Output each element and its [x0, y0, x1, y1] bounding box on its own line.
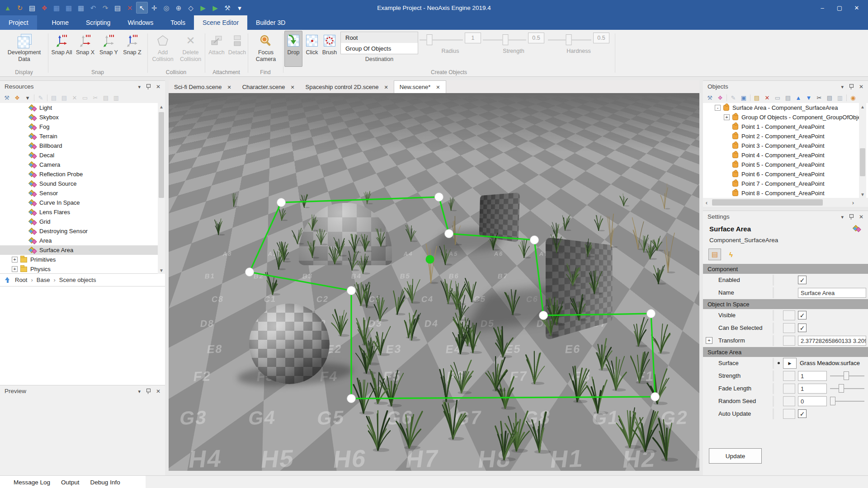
hardness-value[interactable]: 0.5: [593, 33, 609, 43]
edit-icon[interactable]: ✎: [729, 94, 737, 102]
resource-item[interactable]: + Primitives: [0, 255, 165, 264]
move-up-icon[interactable]: ▲: [794, 94, 802, 102]
hardness-slider[interactable]: [548, 34, 591, 45]
status-tab[interactable]: Message Log: [14, 479, 50, 486]
object-tree-item[interactable]: + Group Of Objects - Component_GroupOfOb…: [703, 113, 868, 122]
window-icon[interactable]: ▣: [740, 94, 748, 102]
scene-viewport[interactable]: A8A1A2A3A4A5A6A7A8B1B2B3B4B5B6B7B8B1C8C1…: [169, 93, 699, 471]
options-icon[interactable]: ⚒: [706, 94, 714, 102]
destination-item[interactable]: Group Of Objects: [341, 43, 418, 54]
close-panel-icon[interactable]: [859, 83, 863, 90]
close-panel-icon[interactable]: [859, 213, 863, 220]
object-tree-item[interactable]: Point 1 - Component_AreaPoint: [703, 122, 868, 131]
snap-z-button[interactable]: Snap Z: [121, 31, 143, 67]
transform-tool-icon[interactable]: ◇: [185, 2, 197, 14]
default-indicator[interactable]: [783, 396, 795, 406]
ribbon-tab[interactable]: Windows: [119, 15, 162, 30]
drop-mode-button[interactable]: Drop: [284, 31, 302, 67]
attach-button[interactable]: Attach: [207, 31, 226, 67]
close-tab-icon[interactable]: [384, 84, 388, 90]
properties-view-button[interactable]: ▤: [708, 249, 721, 260]
snap-y-button[interactable]: Snap Y: [98, 31, 120, 67]
panel-menu-caret-icon[interactable]: [138, 83, 141, 90]
toolbar-separator[interactable]: [726, 94, 727, 101]
markers-icon[interactable]: ❖: [38, 2, 50, 14]
move-down-icon[interactable]: ▼: [805, 94, 813, 102]
close-tab-icon[interactable]: [227, 84, 231, 90]
maximize-button[interactable]: ▢: [833, 2, 846, 14]
hardness-slider-handle[interactable]: [566, 34, 572, 45]
fade-length-property-slider[interactable]: [830, 384, 864, 394]
neoaxis-logo-icon[interactable]: ▲: [2, 2, 14, 14]
default-indicator[interactable]: [783, 384, 795, 394]
pin-icon[interactable]: [146, 388, 151, 394]
default-indicator[interactable]: [783, 310, 795, 320]
radius-slider-handle[interactable]: [427, 34, 433, 45]
copy-icon[interactable]: ▤: [826, 94, 834, 102]
close-tab-icon[interactable]: [436, 84, 440, 90]
toolbar-separator[interactable]: [47, 94, 47, 101]
default-indicator[interactable]: [783, 336, 795, 346]
resource-item[interactable]: Lens Flares: [0, 207, 165, 217]
new-object-icon[interactable]: ▤: [753, 94, 761, 102]
destination-item[interactable]: Root: [341, 32, 418, 43]
development-data-button[interactable]: Development Data: [2, 31, 46, 67]
pin-icon[interactable]: [849, 84, 854, 89]
component-icon[interactable]: ❖: [716, 94, 724, 102]
minimize-button[interactable]: –: [816, 2, 829, 14]
object-tree-item[interactable]: Point 6 - Component_AreaPoint: [703, 169, 868, 179]
ribbon-tab[interactable]: Project: [0, 15, 37, 30]
surface-reference-button[interactable]: ▶: [783, 358, 797, 369]
enabled-checkbox[interactable]: [798, 276, 807, 284]
visible-checkbox[interactable]: [798, 311, 807, 319]
import-icon[interactable]: ▤: [50, 94, 58, 102]
object-tree-item[interactable]: Point 5 - Component_AreaPoint: [703, 160, 868, 169]
resource-item[interactable]: Sensor: [0, 188, 165, 198]
scrollbar-thumb[interactable]: [712, 199, 823, 206]
resource-item[interactable]: Curve In Space: [0, 198, 165, 207]
expand-transform-icon[interactable]: +: [706, 337, 712, 344]
radius-value[interactable]: 1: [465, 33, 481, 43]
new-file-icon[interactable]: ▤: [26, 2, 38, 14]
document-tab[interactable]: Character.scene: [237, 80, 300, 93]
surface-area-polygon[interactable]: [169, 93, 699, 471]
random-seed-property-slider[interactable]: [830, 396, 864, 406]
object-tree-item[interactable]: Point 8 - Component_AreaPoint: [703, 188, 868, 198]
resource-item[interactable]: Destroying Sensor: [0, 226, 165, 236]
scrollbar-thumb[interactable]: [860, 148, 865, 176]
expander-icon[interactable]: +: [12, 257, 18, 263]
tools-icon[interactable]: ⚒: [222, 2, 233, 14]
paste-icon[interactable]: ▥: [112, 94, 120, 102]
run-project-icon[interactable]: ▶: [209, 2, 221, 14]
quick-access-caret-icon[interactable]: ▾: [234, 2, 245, 14]
expander-icon[interactable]: -: [715, 105, 721, 111]
search-icon[interactable]: ◉: [849, 94, 857, 102]
play-scene-icon[interactable]: ▶: [197, 2, 209, 14]
status-tab[interactable]: Output: [61, 479, 80, 486]
strength-slider-handle[interactable]: [502, 34, 508, 45]
resource-item[interactable]: Light: [0, 103, 165, 113]
resource-item[interactable]: Fog: [0, 122, 165, 131]
snap-x-button[interactable]: Snap X: [74, 31, 96, 67]
ribbon-tab[interactable]: Builder 3D: [247, 15, 294, 30]
default-indicator[interactable]: [783, 371, 795, 381]
expander-icon[interactable]: +: [12, 266, 18, 272]
resource-item[interactable]: Grid: [0, 217, 165, 226]
random-seed-field[interactable]: 0: [798, 396, 827, 406]
resource-item[interactable]: Area: [0, 236, 165, 245]
breadcrumb-item[interactable]: Scene objects: [50, 277, 96, 283]
ribbon-tab[interactable]: Tools: [162, 15, 194, 30]
expander-icon[interactable]: +: [724, 114, 730, 120]
panel-menu-caret-icon[interactable]: [841, 83, 844, 90]
focus-camera-button[interactable]: Focus Camera: [250, 31, 282, 67]
objects-hscrollbar[interactable]: ‹ ›: [703, 198, 868, 207]
close-panel-icon[interactable]: [156, 388, 160, 394]
fade-length-field[interactable]: 1: [798, 384, 827, 394]
status-tab[interactable]: Debug Info: [90, 479, 120, 486]
display-mode-icon[interactable]: ❖: [13, 94, 21, 102]
move-tool-icon[interactable]: ✛: [148, 2, 160, 14]
delete-collision-button[interactable]: ✕ Delete Collision: [177, 31, 204, 67]
undo-icon[interactable]: ↶: [87, 2, 99, 14]
redo-icon[interactable]: ↷: [99, 2, 111, 14]
document-tab[interactable]: Spaceship control 2D.scene: [300, 80, 394, 93]
